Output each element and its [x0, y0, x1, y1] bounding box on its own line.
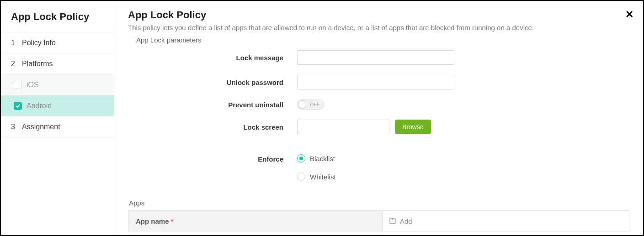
radio-icon	[297, 173, 305, 181]
page-description: This policy lets you define a list of ap…	[128, 24, 629, 31]
field-unlock-password: Unlock password	[128, 75, 629, 89]
page-title: App Lock Policy	[128, 9, 629, 21]
radio-label: Whitelist	[310, 173, 336, 181]
radio-label: Blacklist	[310, 155, 335, 163]
apps-table: App name * Add	[128, 210, 629, 231]
field-lock-screen: Lock screen Browse	[128, 120, 629, 134]
main-panel: ✕ App Lock Policy This policy lets you d…	[114, 1, 643, 235]
field-label: Lock screen	[128, 123, 297, 131]
sidebar: App Lock Policy 1 Policy Info 2 Platform…	[1, 1, 114, 235]
radio-icon	[297, 154, 305, 163]
checkbox-icon	[14, 102, 22, 110]
apps-column-header-text: App name	[136, 217, 169, 225]
platform-label: Android	[27, 102, 52, 110]
platform-ios[interactable]: iOS	[1, 74, 114, 95]
add-app-button[interactable]: Add	[383, 211, 629, 231]
platform-label: iOS	[27, 81, 39, 89]
field-label: Lock message	[128, 54, 297, 62]
platform-android[interactable]: Android	[1, 95, 114, 116]
unlock-password-input[interactable]	[297, 75, 454, 89]
enforce-option-whitelist[interactable]: Whitelist	[297, 173, 336, 181]
wizard-steps: 1 Policy Info 2 Platforms iOS Android	[1, 32, 114, 137]
step-label: Platforms	[22, 60, 53, 68]
apps-column-header: App name *	[128, 211, 383, 231]
add-icon	[389, 217, 396, 225]
section-label: App Lock parameters	[136, 36, 629, 44]
step-label: Policy Info	[22, 39, 56, 47]
lock-screen-input[interactable]	[297, 120, 389, 134]
field-prevent-uninstall: Prevent uninstall OFF	[128, 100, 629, 110]
close-icon[interactable]: ✕	[624, 9, 635, 20]
apps-section-label: Apps	[129, 199, 629, 207]
field-lock-message: Lock message	[128, 50, 629, 65]
toggle-state: OFF	[310, 102, 320, 107]
step-assignment[interactable]: 3 Assignment	[1, 116, 114, 137]
toggle-knob	[298, 100, 306, 109]
sidebar-title: App Lock Policy	[1, 1, 114, 32]
field-label: Enforce	[128, 154, 297, 163]
field-label: Prevent uninstall	[128, 101, 297, 109]
field-enforce: Enforce Blacklist Whitelist	[128, 154, 629, 181]
step-platforms[interactable]: 2 Platforms	[1, 53, 114, 74]
step-number: 3	[11, 123, 17, 131]
prevent-uninstall-toggle[interactable]: OFF	[297, 100, 325, 110]
field-label: Unlock password	[128, 79, 297, 86]
step-policy-info[interactable]: 1 Policy Info	[1, 32, 114, 53]
browse-button[interactable]: Browse	[395, 120, 431, 134]
enforce-option-blacklist[interactable]: Blacklist	[297, 154, 335, 163]
add-label: Add	[400, 217, 412, 225]
step-label: Assignment	[22, 123, 60, 131]
step-number: 1	[11, 39, 17, 47]
required-marker: *	[171, 217, 174, 225]
checkbox-icon	[14, 81, 22, 89]
lock-message-input[interactable]	[297, 50, 454, 65]
step-number: 2	[11, 60, 17, 68]
